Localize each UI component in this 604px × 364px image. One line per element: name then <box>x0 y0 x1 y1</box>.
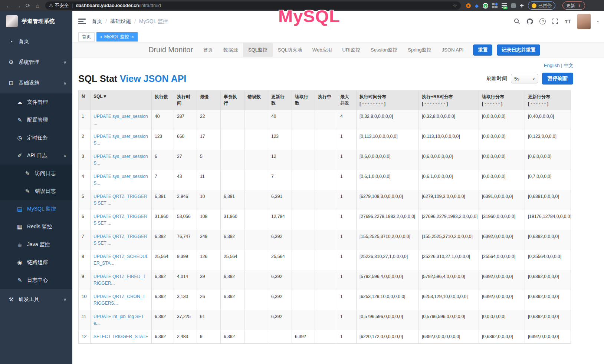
sidebar-item-infra[interactable]: ⊡基础设施∧ <box>0 73 72 93</box>
breadcrumb-home[interactable]: 首页 <box>92 18 102 25</box>
column-header[interactable]: 执行中 <box>315 91 337 110</box>
sidebar-item-trace[interactable]: ◉链路追踪 <box>0 254 72 271</box>
column-header[interactable]: 事务执行 <box>221 91 244 110</box>
font-size-icon[interactable]: тT <box>565 18 571 24</box>
sql-link[interactable]: UPDATE sys_user_session ... <box>93 114 148 126</box>
sql-link[interactable]: UPDATE QRTZ_CRON_TRIGGERS... <box>93 294 145 306</box>
druid-nav-web应用[interactable]: Web应用 <box>307 43 337 57</box>
druid-nav-首页[interactable]: 首页 <box>198 43 218 57</box>
extension-squares-icon[interactable] <box>492 3 498 8</box>
back-icon[interactable]: ← <box>4 3 13 9</box>
menu-dots-icon[interactable]: ⋮ <box>577 3 581 8</box>
sidebar-toggle-icon[interactable] <box>78 19 86 24</box>
extension-list-icon[interactable]: on <box>502 3 507 8</box>
table-cell: 2,483 <box>174 330 197 344</box>
view-json-api-link[interactable]: View JSON API <box>120 73 186 84</box>
sql-link[interactable]: UPDATE inf_job_log SET e... <box>93 314 144 326</box>
table-cell: UPDATE QRTZ_TRIGGERS SET ... <box>91 210 152 230</box>
sidebar-item-log-center[interactable]: ✎日志中心 <box>0 271 72 289</box>
paused-pill[interactable]: 已暂停 <box>528 1 555 10</box>
search-icon[interactable] <box>514 18 520 24</box>
lang-chinese-link[interactable]: 中文 <box>564 63 573 68</box>
column-header[interactable]: 读取行分布[ - - - - - - ] <box>479 91 525 110</box>
sidebar-item-redis[interactable]: ▦Redis 监控 <box>0 218 72 236</box>
security-label[interactable]: 不安全 <box>55 3 69 9</box>
sidebar-item-access-log[interactable]: ✎访问日志 <box>0 165 72 182</box>
druid-nav-数据源[interactable]: 数据源 <box>218 43 243 57</box>
column-header-label: N <box>82 94 87 99</box>
puzzle-icon[interactable]: ✚ <box>520 3 524 9</box>
sidebar-item-config[interactable]: ✎配置管理 <box>0 111 72 129</box>
sidebar-item-devtools[interactable]: ⚒研发工具∨ <box>0 289 72 310</box>
column-header[interactable]: 执行+RS时分布[ - - - - - - - - ] <box>419 91 479 110</box>
breadcrumb-infra[interactable]: 基础设施 <box>110 18 131 25</box>
sql-link[interactable]: UPDATE sys_user_session S... <box>93 174 148 186</box>
extension-green-icon[interactable]: y <box>483 3 488 9</box>
pause-refresh-button[interactable]: 暂停刷新 <box>542 73 573 85</box>
table-cell: [0,32,8,0,0,0,0,0] <box>419 110 479 130</box>
refresh-interval-select[interactable]: 5s ∨ <box>511 74 538 83</box>
sql-link[interactable]: UPDATE QRTZ_SCHEDULER_STA... <box>93 254 148 266</box>
column-header[interactable]: 最大并发 <box>337 91 357 110</box>
update-pill[interactable]: 更新⋮ <box>562 1 585 10</box>
sidebar-item-mysql[interactable]: ▤MySQL 监控 <box>0 200 72 218</box>
github-icon[interactable] <box>526 18 533 25</box>
table-cell <box>292 210 315 230</box>
extension-donut-icon[interactable] <box>466 3 471 8</box>
sql-link[interactable]: UPDATE QRTZ_TRIGGERS SET ... <box>93 234 147 246</box>
dropdown-caret-icon[interactable]: ▾ <box>597 19 599 23</box>
sql-link[interactable]: UPDATE QRTZ_TRIGGERS SET ... <box>93 194 147 206</box>
column-header[interactable]: N <box>79 91 91 110</box>
column-header[interactable]: 执行数 <box>152 91 174 110</box>
user-avatar[interactable] <box>577 14 591 29</box>
sql-link[interactable]: UPDATE QRTZ_TRIGGERS SET ... <box>93 214 147 226</box>
column-header[interactable]: 读取行数 <box>292 91 315 110</box>
home-icon[interactable]: ⌂ <box>33 3 42 9</box>
druid-nav-sql监控[interactable]: SQL监控 <box>243 43 273 57</box>
help-icon[interactable]: ? <box>539 18 546 24</box>
column-header[interactable]: 错误数 <box>244 91 268 110</box>
lang-english-link[interactable]: English <box>544 63 560 68</box>
column-header[interactable]: 执行时间 <box>174 91 197 110</box>
address-bar[interactable]: ⚠ 不安全 | dashboard.yudao.iocoder.cn/infra… <box>45 1 461 10</box>
fullscreen-icon[interactable] <box>552 18 558 24</box>
table-cell: 6,391 <box>268 190 292 210</box>
url-path: /infra/druid <box>139 3 161 8</box>
sidebar-item-home[interactable]: ◔首页 <box>0 31 72 52</box>
table-cell <box>315 290 337 310</box>
sidebar-item-system[interactable]: ⚙系统管理∨ <box>0 52 72 73</box>
druid-brand[interactable]: Druid Monitor <box>148 46 193 54</box>
column-header[interactable]: SQL▼ <box>91 91 152 110</box>
druid-nav-uri监控[interactable]: URI监控 <box>337 43 365 57</box>
table-cell: UPDATE sys_user_session S... <box>91 130 152 150</box>
column-header[interactable]: 更新行数 <box>268 91 292 110</box>
extension-gem-icon[interactable]: ◆ <box>475 3 479 9</box>
sidebar-item-api-log[interactable]: ✐API 日志∧ <box>0 147 72 165</box>
extension-gray-icon[interactable] <box>511 3 516 8</box>
view-tag-inactive[interactable]: 首页 <box>78 32 95 42</box>
column-header[interactable]: 执行时间分布[ - - - - - - - - ] <box>357 91 419 110</box>
sidebar-item-java[interactable]: ☕Java 监控 <box>0 236 72 254</box>
column-header[interactable]: 最慢 <box>197 91 221 110</box>
view-tag-active[interactable]: ●MySQL 监控× <box>96 32 138 42</box>
table-cell <box>244 330 268 344</box>
tag-close-icon[interactable]: × <box>131 34 134 40</box>
sql-link[interactable]: UPDATE sys_user_session S... <box>93 134 148 146</box>
druid-nav-spring监控[interactable]: Spring监控 <box>403 43 437 57</box>
sidebar-item-error-log[interactable]: ✎错误日志 <box>0 182 72 200</box>
reset-button[interactable]: 重置 <box>473 44 492 56</box>
sidebar-item-jobs[interactable]: ◷定时任务 <box>0 129 72 147</box>
druid-nav-json-api[interactable]: JSON API <box>437 43 469 57</box>
reload-icon[interactable]: ⟳ <box>23 2 33 9</box>
bookmark-star-icon[interactable]: ☆ <box>453 3 457 9</box>
forward-icon[interactable]: → <box>13 3 23 9</box>
sql-link[interactable]: UPDATE QRTZ_FIRED_TRIGGER... <box>93 274 145 286</box>
druid-nav-session监控[interactable]: Session监控 <box>365 43 403 57</box>
sql-link[interactable]: UPDATE sys_user_session S... <box>93 154 148 166</box>
table-cell: 6,392 <box>152 270 174 290</box>
log-and-reset-button[interactable]: 记录日志并重置 <box>497 44 540 56</box>
druid-nav-sql防火墙[interactable]: SQL防火墙 <box>273 43 307 57</box>
sql-link[interactable]: SELECT TRIGGER_STATE <box>93 334 148 339</box>
column-header[interactable]: 更新行分布[ - - - - - - ] <box>525 91 571 110</box>
sidebar-item-files[interactable]: ☁文件管理 <box>0 93 72 111</box>
